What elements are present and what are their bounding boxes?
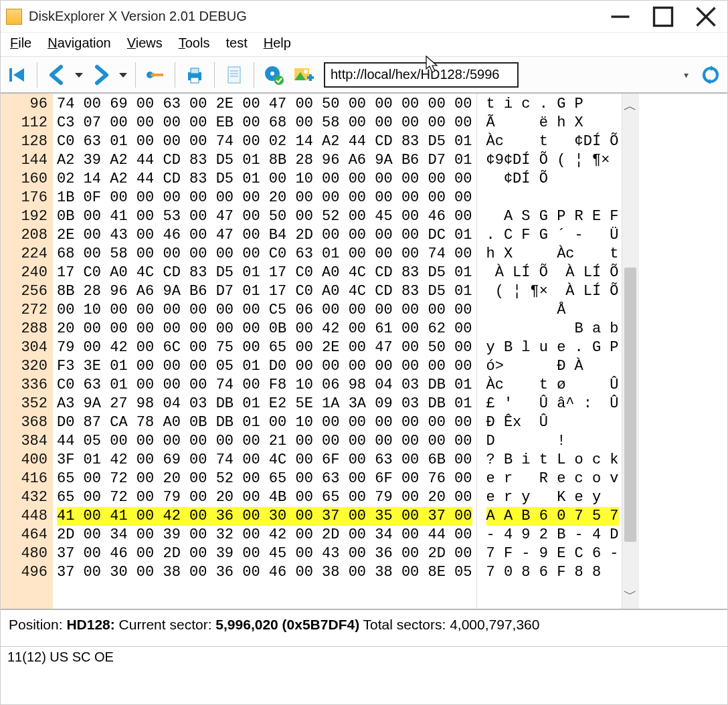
address-dropdown-icon[interactable]: ▾	[684, 70, 689, 80]
svg-point-20	[274, 76, 284, 85]
hex-bytes-column[interactable]: 74 00 69 00 63 00 2E 00 47 00 50 00 00 0…	[53, 94, 476, 609]
disk-ok-button[interactable]	[261, 62, 286, 88]
window-title: DiskExplorer X Version 2.01 DEBUG	[29, 9, 608, 24]
app-icon	[6, 9, 22, 25]
nav-forward-dropdown[interactable]	[118, 62, 128, 88]
menu-navigation[interactable]: Navigation	[48, 35, 111, 51]
toolbar-separator	[135, 62, 136, 88]
document-button[interactable]	[221, 62, 247, 88]
print-button[interactable]	[182, 62, 207, 88]
menu-tools[interactable]: Tools	[179, 35, 210, 51]
current-sector-label: Current sector:	[115, 617, 216, 632]
svg-marker-5	[13, 68, 24, 82]
menu-views[interactable]: Views	[127, 35, 163, 51]
ascii-column[interactable]: t i c . G PÃ ë h XÀc t ¢DÍ Õ¢9¢DÍ Õ ( ¦ …	[476, 94, 622, 609]
scroll-up-icon[interactable]: ︿	[624, 94, 637, 120]
image-add-button[interactable]	[290, 62, 316, 88]
status-text: 11(12) US SC OE	[7, 649, 114, 664]
toolbar-separator	[175, 62, 175, 88]
position-value: HD128:	[66, 617, 114, 632]
svg-rect-1	[654, 7, 672, 25]
goto-button[interactable]	[143, 62, 168, 88]
svg-rect-12	[191, 68, 199, 74]
menu-file[interactable]: File	[10, 35, 31, 51]
toolbar: ▾	[1, 56, 727, 94]
svg-marker-7	[119, 73, 127, 78]
titlebar: DiskExplorer X Version 2.01 DEBUG	[1, 1, 727, 33]
toolbar-separator	[254, 62, 254, 88]
offset-column: 9611212814416017619220822424025627228830…	[1, 94, 53, 609]
menubar: File Navigation Views Tools test Help	[1, 33, 727, 56]
toolbar-separator	[37, 62, 37, 88]
window-controls	[608, 7, 718, 26]
position-label: Position:	[9, 617, 66, 632]
address-bar: ▾	[324, 62, 723, 88]
nav-forward-button[interactable]	[88, 62, 114, 88]
total-sectors-value: 4,000,797,360	[450, 617, 539, 632]
close-button[interactable]	[694, 7, 718, 26]
svg-marker-6	[75, 73, 83, 78]
scroll-thumb[interactable]	[624, 268, 636, 542]
toolbar-separator	[214, 62, 215, 88]
nav-back-dropdown[interactable]	[74, 62, 84, 88]
scrollbar[interactable]: ︿ ﹀	[622, 94, 639, 609]
nav-first-button[interactable]	[5, 62, 30, 88]
nav-back-button[interactable]	[44, 62, 70, 88]
current-sector-value: 5,996,020 (0x5B7DF4)	[215, 617, 359, 632]
svg-rect-14	[228, 67, 240, 83]
svg-rect-13	[191, 78, 199, 83]
maximize-button[interactable]	[651, 7, 675, 26]
svg-point-23	[304, 70, 308, 74]
hex-view[interactable]: 9611212814416017619220822424025627228830…	[1, 94, 727, 609]
info-bar: Position: HD128: Current sector: 5,996,0…	[1, 609, 727, 646]
menu-test[interactable]: test	[225, 35, 247, 51]
refresh-button[interactable]	[698, 62, 723, 88]
scroll-down-icon[interactable]: ﹀	[624, 582, 637, 609]
address-input[interactable]	[324, 62, 519, 88]
menu-help[interactable]: Help	[264, 35, 291, 51]
status-bar: 11(12) US SC OE	[1, 646, 727, 670]
svg-rect-4	[9, 68, 12, 82]
minimize-button[interactable]	[608, 7, 632, 26]
total-sectors-label: Total sectors:	[359, 617, 450, 632]
svg-point-19	[270, 72, 274, 76]
svg-rect-25	[309, 74, 312, 81]
